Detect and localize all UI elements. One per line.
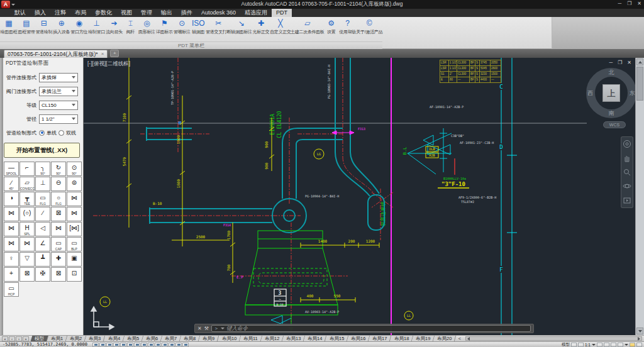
- layout-tab[interactable]: 布局10: [218, 336, 241, 341]
- viewcube-north[interactable]: 北: [609, 69, 614, 77]
- fitting-symbol-button[interactable]: ⊙ 90°: [67, 162, 82, 176]
- layout-tab[interactable]: 布局3: [85, 336, 106, 341]
- command-customize-icon[interactable]: ⚒: [204, 326, 209, 331]
- status-toggle-button[interactable]: [134, 343, 140, 347]
- viewport-controls-label[interactable]: [-][俯视][二维线框]: [87, 60, 130, 68]
- fitting-symbol-button[interactable]: ┻: [35, 252, 50, 267]
- fitting-symbol-button[interactable]: ⊥: [35, 177, 50, 191]
- status-toggle-button[interactable]: [141, 343, 147, 347]
- layout-tab[interactable]: 布局4: [104, 336, 125, 341]
- ribbon-button[interactable]: ▱ 土建二次条件图板: [291, 17, 324, 40]
- ribbon-button[interactable]: ⊟ 管道绘制: [35, 17, 53, 40]
- ribbon-button[interactable]: ➔ 流向箭头: [106, 17, 123, 40]
- steering-wheel-icon[interactable]: [623, 140, 631, 148]
- layout-tab[interactable]: 布局15: [325, 336, 348, 341]
- field-dropdown[interactable]: 1 1/2": [39, 114, 78, 124]
- fitting-symbol-button[interactable]: ◑: [4, 192, 19, 206]
- start-routing-button[interactable]: 开始布置管线(_XX): [4, 143, 80, 158]
- layout-tab[interactable]: 布局11: [240, 336, 262, 341]
- fitting-symbol-button[interactable]: ▽: [19, 252, 35, 267]
- zoom-icon[interactable]: [623, 168, 631, 177]
- field-dropdown[interactable]: 承插焊: [39, 73, 78, 82]
- fitting-symbol-button[interactable]: ◁: [35, 222, 50, 236]
- minimize-button[interactable]: ─: [618, 1, 621, 6]
- tab-nav-button[interactable]: »: [23, 336, 29, 341]
- fitting-symbol-button[interactable]: [⋈]: [67, 222, 82, 236]
- show-motion-icon[interactable]: [623, 196, 631, 205]
- radio-double-line[interactable]: [58, 130, 64, 136]
- drawing-canvas[interactable]: C D F 装置边界线 B.L: [84, 58, 635, 335]
- fitting-symbol-button[interactable]: ⊠: [19, 267, 35, 282]
- fitting-symbol-button[interactable]: ▭ FLG: [35, 192, 50, 206]
- clean-screen-icon[interactable]: [636, 343, 642, 347]
- fitting-symbol-button[interactable]: ♀: [4, 252, 19, 267]
- ribbon-button[interactable]: ✂ 管道交叉打断: [206, 17, 231, 40]
- quick-view-drawings-icon[interactable]: [578, 343, 584, 347]
- status-toggle-button[interactable]: [92, 343, 99, 347]
- fitting-symbol-button[interactable]: ▭ CAP: [51, 237, 66, 251]
- command-history-icon[interactable]: [221, 328, 225, 329]
- layout-tab[interactable]: 布局20: [433, 336, 457, 341]
- status-toggle-button[interactable]: [162, 343, 168, 347]
- layout-tab[interactable]: 布局9: [199, 336, 219, 341]
- scroll-left-arrow[interactable]: [467, 337, 470, 341]
- command-line-dock[interactable]: ✕ ⚒ ＞ 键入命令: [194, 324, 534, 333]
- close-button[interactable]: ✕: [637, 1, 641, 6]
- pan-hand-icon[interactable]: [623, 154, 631, 163]
- layout-tab[interactable]: 布局19: [412, 336, 435, 341]
- viewport-minimize-button[interactable]: ─: [609, 60, 613, 65]
- viewcube-west[interactable]: 西: [587, 89, 593, 97]
- fitting-symbol-button[interactable]: ⊡: [67, 267, 82, 282]
- layout-tab[interactable]: 布局14: [304, 336, 327, 341]
- field-dropdown[interactable]: 承插法兰: [39, 87, 78, 96]
- fitting-symbol-button[interactable]: ⋈: [67, 192, 82, 206]
- status-toggle-button[interactable]: [148, 343, 154, 347]
- ribbon-button[interactable]: ◉ 管口方位: [70, 17, 88, 40]
- viewcube-top-face[interactable]: 上: [602, 84, 620, 102]
- fitting-symbol-button[interactable]: ∕ 45°: [4, 177, 19, 191]
- fitting-symbol-button[interactable]: ┳ TEE: [19, 192, 35, 206]
- annotation-autoscale-icon[interactable]: [604, 343, 609, 347]
- status-toggle-button[interactable]: [155, 343, 161, 347]
- status-toggle-button[interactable]: [127, 343, 133, 347]
- tab-overflow-button[interactable]: <: [456, 336, 464, 341]
- fitting-symbol-button[interactable]: ⌐: [19, 162, 35, 176]
- restore-button[interactable]: ❐: [627, 1, 631, 6]
- ribbon-button[interactable]: ⊕ 插入设备: [53, 17, 70, 40]
- fitting-symbol-button[interactable]: ⋈: [67, 207, 82, 221]
- ribbon-tab[interactable]: 精选应用: [240, 9, 272, 17]
- fitting-symbol-button[interactable]: ⋈: [4, 237, 19, 251]
- status-toggle-button[interactable]: [169, 343, 175, 347]
- command-close-icon[interactable]: ✕: [197, 326, 202, 331]
- status-toggle-button[interactable]: [113, 343, 119, 347]
- status-toggle-button[interactable]: [175, 343, 182, 347]
- fitting-symbol-button[interactable]: ✠: [35, 267, 50, 282]
- fitting-symbol-button[interactable]: ↻ 90°: [51, 162, 66, 176]
- ribbon-tab[interactable]: PDT: [272, 9, 292, 17]
- quick-view-layouts-icon[interactable]: [571, 343, 577, 347]
- fitting-symbol-button[interactable]: ⋈: [4, 207, 19, 221]
- viewcube-east[interactable]: 东: [630, 89, 635, 97]
- fitting-symbol-button[interactable]: ⊖: [51, 177, 66, 191]
- layout-tab[interactable]: 布局13: [282, 336, 306, 341]
- status-toggle-button[interactable]: [99, 343, 106, 347]
- ribbon-tab[interactable]: 布局: [70, 9, 91, 17]
- fitting-symbol-button[interactable]: ∕: [35, 207, 50, 221]
- layout-tab[interactable]: 布局5: [123, 336, 143, 341]
- fitting-symbol-button[interactable]: (○): [19, 207, 35, 221]
- scroll-right-arrow[interactable]: [638, 337, 640, 341]
- command-input[interactable]: ＞ 键入命令: [211, 325, 531, 332]
- radio-single-line[interactable]: [39, 130, 45, 136]
- ribbon-button[interactable]: © 关于/激活产品: [357, 17, 382, 40]
- field-dropdown[interactable]: CL150: [39, 101, 78, 110]
- layout-tab[interactable]: 布局1: [47, 336, 68, 341]
- fitting-symbol-button[interactable]: ⋈: [19, 237, 35, 251]
- layout-tab[interactable]: 布局16: [347, 336, 370, 341]
- layout-tab[interactable]: 布局17: [369, 336, 392, 341]
- viewport-restore-button[interactable]: ❐: [618, 60, 622, 65]
- tab-nav-button[interactable]: ›: [16, 336, 22, 341]
- fitting-symbol-button[interactable]: H SPL: [19, 222, 35, 236]
- ribbon-button[interactable]: ↘ 轴测图标注: [231, 17, 252, 40]
- viewport-close-button[interactable]: ✕: [627, 60, 631, 65]
- scale-dropdown-icon[interactable]: [592, 344, 596, 346]
